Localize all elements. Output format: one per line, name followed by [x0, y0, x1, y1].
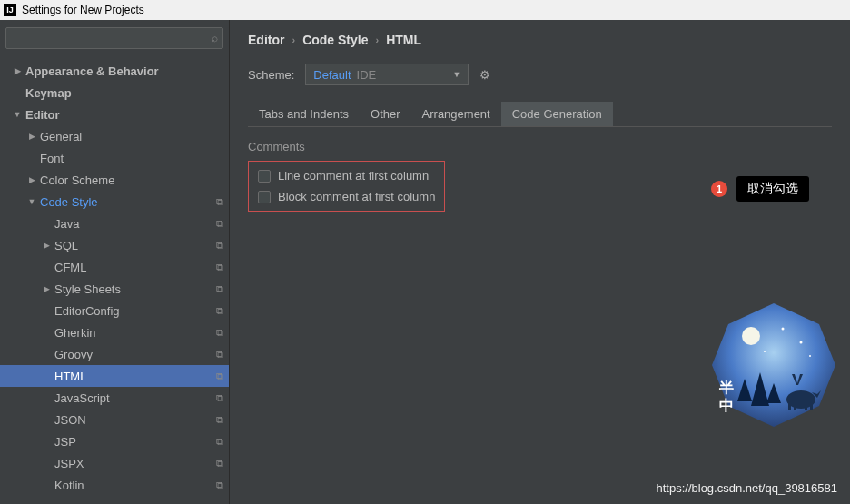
content-panel: Editor › Code Style › HTML Scheme: Defau… [230, 20, 850, 504]
tree-item-font[interactable]: Font [0, 147, 229, 169]
block-comment-option[interactable]: Block comment at first column [258, 190, 435, 203]
tree-item-appearance-behavior[interactable]: ▶Appearance & Behavior [0, 60, 229, 82]
tree-item-cfml[interactable]: CFML⧉ [0, 256, 229, 278]
breadcrumb-codestyle[interactable]: Code Style [302, 33, 368, 47]
copy-icon[interactable]: ⧉ [216, 349, 223, 361]
tree-item-editor[interactable]: ▼Editor [0, 104, 229, 125]
tree-item-label: Editor [25, 108, 60, 122]
tree-item-keymap[interactable]: Keymap [0, 82, 229, 104]
gear-icon[interactable]: ⚙ [479, 68, 490, 82]
chevron-right-icon: ▶ [13, 66, 22, 75]
copy-icon[interactable]: ⧉ [216, 392, 223, 404]
tree-item-javascript[interactable]: JavaScript⧉ [0, 387, 229, 409]
window-title: Settings for New Projects [22, 4, 144, 16]
tree-item-json[interactable]: JSON⧉ [0, 409, 229, 430]
copy-icon[interactable]: ⧉ [216, 196, 223, 208]
svg-rect-11 [810, 398, 813, 410]
tree-item-jsp[interactable]: JSP⧉ [0, 430, 229, 452]
tree-item-label: EditorConfig [54, 304, 120, 318]
svg-point-1 [742, 327, 760, 345]
tree-item-label: Kotlin [54, 479, 84, 492]
tree-item-label: JSP [54, 435, 76, 449]
chevron-down-icon: ▼ [452, 70, 460, 79]
copy-icon[interactable]: ⧉ [216, 240, 223, 252]
copy-icon[interactable]: ⧉ [216, 414, 223, 426]
tree-item-label: HTML [54, 370, 86, 383]
tree-item-label: General [40, 130, 82, 143]
chevron-right-icon: ▶ [42, 241, 51, 250]
checkbox-icon[interactable] [258, 191, 271, 203]
copy-icon[interactable]: ⧉ [216, 262, 223, 273]
chevron-right-icon: ▶ [42, 284, 51, 293]
tree-item-label: Gherkin [54, 326, 96, 340]
copy-icon[interactable]: ⧉ [216, 458, 223, 469]
tree-item-label: Font [40, 152, 64, 165]
tree-item-label: JSPX [54, 457, 84, 470]
search-input[interactable] [5, 27, 223, 49]
copy-icon[interactable]: ⧉ [216, 371, 223, 382]
tree-item-label: Java [54, 217, 79, 231]
block-comment-label: Block comment at first column [278, 190, 435, 203]
checkbox-icon[interactable] [258, 170, 271, 183]
tree-item-label: Groovy [54, 348, 93, 361]
tab-tabs-and-indents[interactable]: Tabs and Indents [248, 102, 360, 126]
callout-text: 取消勾选 [736, 176, 809, 202]
chevron-down-icon: ▼ [27, 197, 36, 206]
scheme-dropdown[interactable]: DefaultIDE ▼ [305, 64, 469, 85]
copy-icon[interactable]: ⧉ [216, 305, 223, 317]
chevron-right-icon: ▶ [27, 175, 36, 184]
tab-code-generation[interactable]: Code Generation [501, 102, 613, 126]
tree-item-style-sheets[interactable]: ▶Style Sheets⧉ [0, 278, 229, 300]
tree-item-groovy[interactable]: Groovy⧉ [0, 343, 229, 365]
scheme-label: Scheme: [248, 68, 294, 82]
svg-rect-10 [788, 398, 791, 410]
tree-item-label: JavaScript [54, 391, 110, 405]
tree-item-sql[interactable]: ▶SQL⧉ [0, 234, 229, 256]
tree-item-label: SQL [54, 239, 78, 252]
tree-item-label: Code Style [40, 195, 98, 209]
tree-item-gherkin[interactable]: Gherkin⧉ [0, 321, 229, 343]
svg-text:半: 半 [718, 380, 734, 395]
chevron-right-icon: ▶ [27, 132, 36, 141]
svg-point-2 [782, 328, 785, 331]
search-icon: ⌕ [212, 32, 218, 44]
tree-item-label: JSON [54, 413, 86, 427]
titlebar: IJ Settings for New Projects [0, 0, 850, 20]
line-comment-option[interactable]: Line comment at first column [258, 169, 435, 183]
svg-rect-13 [805, 400, 807, 410]
svg-point-5 [809, 355, 811, 357]
tree-item-kotlin[interactable]: Kotlin⧉ [0, 474, 229, 496]
tabs: Tabs and IndentsOtherArrangementCode Gen… [248, 102, 832, 127]
tree-item-jspx[interactable]: JSPX⧉ [0, 452, 229, 474]
tree-item-label: Color Scheme [40, 173, 114, 187]
chevron-right-icon: › [292, 35, 295, 45]
settings-tree: ▶Appearance & BehaviorKeymap▼Editor▶Gene… [0, 56, 229, 504]
tree-item-color-scheme[interactable]: ▶Color Scheme [0, 169, 229, 191]
tree-item-html[interactable]: HTML⧉ [0, 365, 229, 387]
breadcrumb-html: HTML [386, 33, 421, 47]
sidebar: ⌕ ▶Appearance & BehaviorKeymap▼Editor▶Ge… [0, 20, 230, 504]
chevron-down-icon: ▼ [13, 110, 22, 119]
breadcrumb-editor[interactable]: Editor [248, 33, 284, 47]
comments-section-label: Comments [248, 140, 832, 153]
copy-icon[interactable]: ⧉ [216, 436, 223, 448]
tree-item-code-style[interactable]: ▼Code Style⧉ [0, 191, 229, 212]
comments-group: Line comment at first column Block comme… [248, 161, 445, 212]
copy-icon[interactable]: ⧉ [216, 479, 223, 491]
tab-arrangement[interactable]: Arrangement [411, 102, 501, 126]
tree-item-label: Appearance & Behavior [25, 64, 159, 78]
copy-icon[interactable]: ⧉ [216, 327, 223, 339]
svg-rect-12 [794, 400, 796, 410]
callout-number: 1 [711, 181, 727, 197]
svg-text:中: 中 [719, 398, 734, 413]
tree-item-label: Keymap [25, 86, 72, 100]
copy-icon[interactable]: ⧉ [216, 283, 223, 295]
annotation-callout: 1 取消勾选 [711, 176, 809, 202]
tree-item-general[interactable]: ▶General [0, 125, 229, 147]
copy-icon[interactable]: ⧉ [216, 218, 223, 230]
tab-other[interactable]: Other [360, 102, 411, 126]
breadcrumb: Editor › Code Style › HTML [248, 33, 832, 47]
line-comment-label: Line comment at first column [278, 169, 429, 183]
tree-item-editorconfig[interactable]: EditorConfig⧉ [0, 300, 229, 321]
tree-item-java[interactable]: Java⧉ [0, 212, 229, 234]
